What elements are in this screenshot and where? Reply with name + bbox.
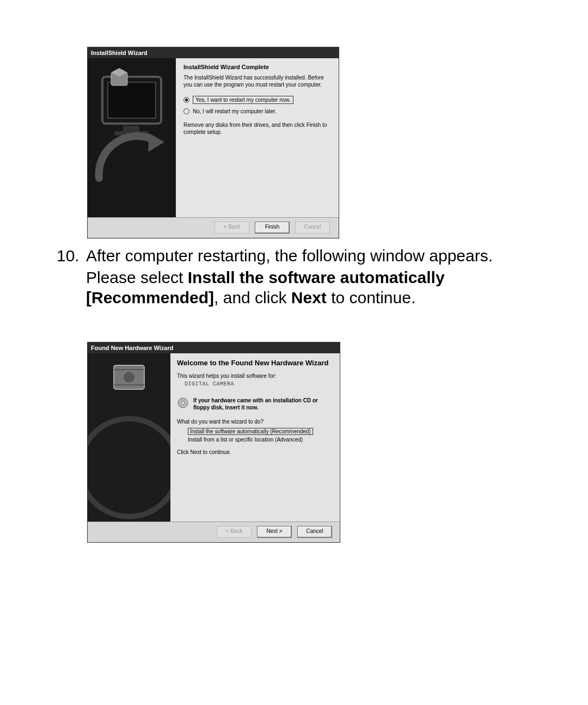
wizard-question: What do you want the wizard to do? — [177, 419, 333, 425]
installshield-title: InstallShield Wizard — [91, 50, 148, 56]
restart-now-label: Yes, I want to restart my computer now. — [193, 96, 293, 104]
back-button[interactable]: < Back — [217, 526, 252, 538]
cancel-button[interactable]: Cancel — [297, 526, 332, 538]
cancel-button[interactable]: Cancel — [295, 222, 330, 234]
hardware-wizard-content: Welcome to the Found New Hardware Wizard… — [170, 353, 340, 522]
step-number: 10. — [57, 246, 86, 266]
hardware-wizard-body: Welcome to the Found New Hardware Wizard… — [88, 353, 340, 522]
click-next-text: Click Next to continue. — [177, 449, 333, 455]
installshield-dialog: InstallShield Wizard — [87, 47, 339, 238]
radio-icon — [183, 108, 189, 114]
svg-point-15 — [181, 401, 185, 404]
restart-later-label: No, I will restart my computer later. — [193, 108, 277, 114]
hardware-wizard-dialog: Found New Hardware Wizard Welcome to the… — [87, 342, 340, 543]
back-button[interactable]: < Back — [215, 222, 249, 234]
wizard-side-icon — [88, 353, 170, 522]
installshield-side-graphic — [88, 58, 176, 217]
document-page: InstallShield Wizard — [0, 0, 588, 705]
svg-rect-2 — [108, 82, 156, 118]
installshield-content: InstallShield Wizard Complete The Instal… — [176, 58, 339, 217]
hardware-wizard-footer: < Back Next > Cancel — [88, 522, 340, 542]
install-advanced-option[interactable]: Install from a list or specific location… — [185, 437, 333, 443]
installshield-note: Remove any disks from their drives, and … — [183, 122, 331, 136]
installshield-heading: InstallShield Wizard Complete — [183, 64, 331, 70]
svg-rect-3 — [123, 126, 139, 131]
installshield-paragraph: The InstallShield Wizard has successfull… — [183, 75, 331, 88]
cd-icon — [177, 397, 189, 409]
installshield-titlebar: InstallShield Wizard — [88, 47, 339, 58]
hardware-device-name: DIGITAL CAMERA — [185, 381, 333, 387]
instruction-line1: After computer restarting, the following… — [86, 247, 493, 265]
installshield-footer: < Back Finish Cancel — [88, 217, 339, 237]
finish-button[interactable]: Finish — [255, 222, 290, 234]
next-button[interactable]: Next > — [257, 526, 292, 538]
hardware-wizard-title: Found New Hardware Wizard — [91, 345, 173, 351]
radio-icon — [183, 97, 189, 103]
cd-hint-row: If your hardware came with an installati… — [177, 397, 333, 411]
installshield-body: InstallShield Wizard Complete The Instal… — [88, 58, 339, 217]
restart-later-option[interactable]: No, I will restart my computer later. — [183, 108, 331, 114]
restart-now-option[interactable]: Yes, I want to restart my computer now. — [183, 96, 331, 104]
svg-point-13 — [124, 372, 134, 383]
instruction-step-10: 10. After computer restarting, the follo… — [57, 246, 530, 308]
hardware-wizard-side-graphic — [88, 353, 170, 522]
hardware-wizard-sub: This wizard helps you install software f… — [177, 373, 333, 379]
cd-hint-text: If your hardware came with an installati… — [193, 397, 333, 411]
install-auto-option[interactable]: Install the software automatically (Reco… — [185, 428, 333, 435]
hardware-wizard-titlebar: Found New Hardware Wizard — [88, 342, 340, 353]
install-auto-label: Install the software automatically (Reco… — [188, 428, 313, 435]
install-advanced-label: Install from a list or specific location… — [188, 437, 303, 443]
instruction-line2: Please select Install the software autom… — [86, 267, 522, 308]
monitor-arrow-icon — [88, 58, 176, 217]
hardware-wizard-heading: Welcome to the Found New Hardware Wizard — [177, 359, 333, 367]
